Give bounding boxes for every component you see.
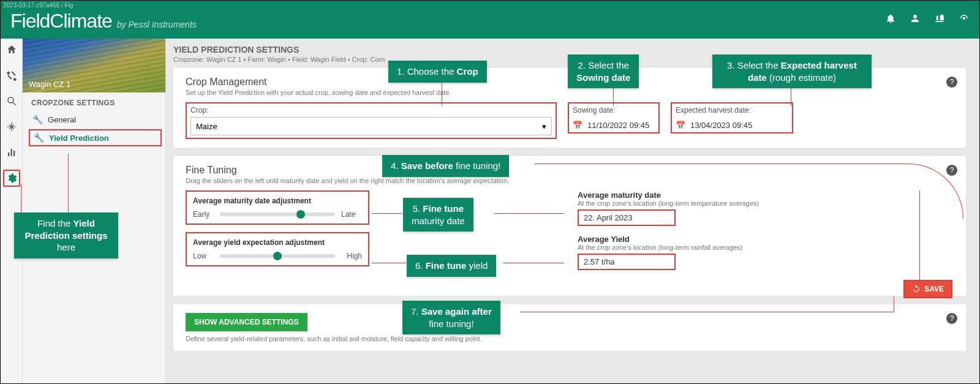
crop-label: Crop: bbox=[190, 106, 552, 115]
wrench-icon: 🔧 bbox=[32, 115, 43, 124]
callout-4: 4. Save before fine tuning! bbox=[382, 155, 509, 177]
save-button[interactable]: SAVE bbox=[903, 280, 952, 298]
main-content: YIELD PREDICTION SETTINGS Cropzone: Wagi… bbox=[166, 39, 979, 383]
harvest-group: Expected harvest date: 📅 13/04/2023 09:4… bbox=[671, 102, 793, 134]
farm-icon[interactable] bbox=[934, 13, 945, 27]
show-advanced-button[interactable]: SHOW ADVANCED SETTINGS bbox=[186, 313, 307, 331]
version-tag: 2023-03-17.c97a466 / Fig bbox=[3, 2, 74, 9]
calendar-icon: 📅 bbox=[676, 121, 685, 130]
sidebar-label-yield: Yield Prediction bbox=[49, 134, 109, 143]
cropzone-hero[interactable]: Wagin CZ 1 bbox=[23, 39, 165, 92]
yield-slider[interactable] bbox=[220, 254, 335, 258]
app-header: 2023-03-17.c97a466 / Fig FieldClimate by… bbox=[1, 1, 979, 39]
chart-icon[interactable] bbox=[3, 144, 20, 161]
home-icon[interactable] bbox=[3, 41, 20, 58]
maturity-slider-block: Average maturity date adjustment Early L… bbox=[186, 190, 369, 225]
harvest-label: Expected harvest date: bbox=[676, 106, 788, 115]
callout-7: 7. Save again after fine tuning! bbox=[402, 301, 500, 334]
yield-slider-label: Average yield expectation adjustment bbox=[193, 238, 362, 247]
callout-6: 6. Fine tune yield bbox=[407, 255, 496, 277]
annotation-line bbox=[442, 79, 442, 106]
crop-select[interactable]: Maize ▾ bbox=[190, 117, 552, 135]
page-title: YIELD PREDICTION SETTINGS bbox=[173, 45, 966, 55]
svg-point-1 bbox=[8, 97, 13, 103]
maturity-slider-label: Average maturity date adjustment bbox=[193, 197, 362, 205]
sidebar-item-yield[interactable]: 🔧 Yield Prediction bbox=[29, 129, 162, 146]
satellite-icon[interactable] bbox=[3, 67, 20, 84]
annotation-line bbox=[372, 213, 402, 214]
crop-select-group: Crop: Maize ▾ bbox=[186, 102, 557, 139]
calendar-icon: 📅 bbox=[573, 121, 582, 130]
refresh-icon bbox=[912, 285, 921, 293]
irrigation-icon[interactable] bbox=[3, 118, 20, 135]
yield-low: Low bbox=[193, 252, 214, 260]
callout-3: 3. Select the Expected harvest date (rou… bbox=[712, 55, 872, 88]
sidebar-label-general: General bbox=[48, 115, 76, 124]
harvest-value: 13/04/2023 09:45 bbox=[690, 121, 752, 130]
avg-yield-sub: At the crop zone's location (long-term r… bbox=[578, 244, 954, 251]
annotation-line bbox=[372, 263, 406, 263]
cm-sub: Set up the Yield Prediction with your ac… bbox=[186, 89, 954, 96]
avg-yield-value: 2.57 t/ha bbox=[578, 254, 676, 270]
chevron-down-icon: ▾ bbox=[542, 122, 546, 131]
harvest-input[interactable]: 📅 13/04/2023 09:45 bbox=[676, 117, 788, 130]
cropzone-name: Wagin CZ 1 bbox=[29, 80, 70, 89]
callout-5: 5. Fine tune maturity date bbox=[403, 198, 473, 232]
annotation-line bbox=[894, 296, 894, 312]
annotation-line bbox=[503, 263, 564, 263]
help-icon[interactable]: ? bbox=[946, 77, 957, 88]
help-icon[interactable]: ? bbox=[946, 165, 957, 176]
sidebar-item-general[interactable]: 🔧 General bbox=[23, 111, 165, 128]
crop-value: Maize bbox=[196, 122, 217, 131]
help-icon[interactable]: ? bbox=[946, 313, 957, 324]
maturity-low: Early bbox=[193, 210, 214, 219]
advanced-sub: Define several yield-related parameters,… bbox=[186, 335, 954, 342]
yield-high: High bbox=[341, 252, 362, 260]
ft-sub: Drag the sliders on the left until matur… bbox=[186, 177, 954, 184]
sowing-input[interactable]: 📅 11/10/2022 09:45 bbox=[573, 117, 655, 130]
annotation-line bbox=[68, 154, 69, 213]
avg-maturity-value: 22. April 2023 bbox=[578, 209, 676, 226]
callout-find-settings: Find the Yield Prediction settings here bbox=[14, 213, 118, 258]
svg-line-2 bbox=[13, 102, 16, 105]
annotation-line bbox=[494, 213, 564, 214]
bell-icon[interactable] bbox=[885, 13, 896, 27]
sidebar-section-title: CROPZONE SETTINGS bbox=[23, 92, 165, 111]
brand: FieldClimate by Pessl Instruments bbox=[10, 10, 197, 32]
header-actions bbox=[885, 13, 970, 27]
wrench-icon: 🔧 bbox=[34, 133, 44, 143]
panel-fine-tuning: ? Fine Tuning Drag the sliders on the le… bbox=[173, 156, 966, 296]
annotation-line bbox=[21, 184, 21, 213]
sowing-value: 11/10/2022 09:45 bbox=[587, 121, 649, 130]
sowing-label: Sowing date: bbox=[573, 106, 655, 115]
signal-icon[interactable] bbox=[959, 13, 970, 27]
brand-main: FieldClimate bbox=[10, 10, 112, 32]
settings-icon[interactable] bbox=[3, 170, 20, 187]
ft-title: Fine Tuning bbox=[186, 165, 954, 176]
sidebar: Wagin CZ 1 CROPZONE SETTINGS 🔧 General 🔧… bbox=[23, 39, 166, 383]
zoom-icon[interactable] bbox=[3, 92, 20, 110]
user-icon[interactable] bbox=[910, 13, 921, 27]
icon-rail bbox=[1, 39, 23, 383]
avg-yield-title: Average Yield bbox=[578, 235, 954, 244]
sowing-group: Sowing date: 📅 11/10/2022 09:45 bbox=[568, 102, 660, 134]
maturity-slider[interactable] bbox=[220, 213, 335, 216]
yield-slider-block: Average yield expectation adjustment Low… bbox=[186, 232, 369, 266]
callout-1: 1. Choose the Crop bbox=[388, 61, 487, 83]
brand-sub: by Pessl Instruments bbox=[117, 20, 197, 29]
callout-2: 2. Select the Sowing date bbox=[568, 55, 639, 88]
save-label: SAVE bbox=[924, 285, 944, 293]
maturity-high: Late bbox=[341, 210, 362, 219]
svg-point-0 bbox=[963, 17, 966, 20]
annotation-line bbox=[520, 312, 894, 312]
annotation-line bbox=[535, 164, 878, 164]
